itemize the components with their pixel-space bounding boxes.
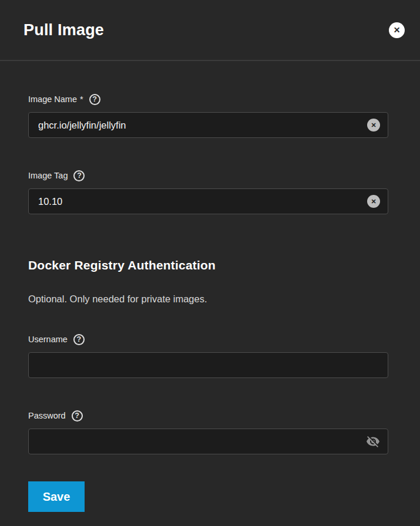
image-tag-input-wrap: ✕ xyxy=(28,188,388,214)
image-name-label-row: Image Name * ? xyxy=(28,93,388,105)
username-input[interactable] xyxy=(29,353,388,377)
image-name-input-wrap: ✕ xyxy=(28,112,388,138)
password-label-row: Password ? xyxy=(28,410,388,422)
help-icon[interactable]: ? xyxy=(89,94,100,105)
help-icon[interactable]: ? xyxy=(73,334,85,345)
auth-section-title: Docker Registry Authentication xyxy=(28,258,388,272)
username-label: Username xyxy=(28,335,68,344)
close-button[interactable]: ✕ xyxy=(389,22,405,38)
clear-glyph: ✕ xyxy=(371,122,376,129)
help-icon[interactable]: ? xyxy=(73,170,85,181)
image-name-input[interactable] xyxy=(29,113,388,137)
image-name-label: Image Name xyxy=(28,95,77,104)
clear-glyph: ✕ xyxy=(371,198,376,205)
image-tag-label: Image Tag xyxy=(28,171,68,180)
dialog-header: Pull Image ✕ xyxy=(0,0,420,61)
clear-input-icon[interactable]: ✕ xyxy=(367,195,380,208)
close-icon: ✕ xyxy=(394,25,401,35)
username-label-row: Username ? xyxy=(28,333,388,345)
image-tag-input[interactable] xyxy=(29,189,388,214)
page-title: Pull Image xyxy=(23,21,104,39)
dialog-content: Image Name * ? ✕ Image Tag ? ✕ Docker Re… xyxy=(0,61,420,526)
auth-section-description: Optional. Only needed for private images… xyxy=(28,294,388,305)
password-input[interactable] xyxy=(29,429,388,454)
help-icon[interactable]: ? xyxy=(72,410,83,422)
username-input-wrap xyxy=(28,352,388,378)
required-marker: * xyxy=(80,95,83,104)
password-label: Password xyxy=(28,411,66,420)
eye-off-icon[interactable] xyxy=(366,434,380,449)
save-button[interactable]: Save xyxy=(28,481,85,512)
image-tag-label-row: Image Tag ? xyxy=(28,170,388,181)
password-input-wrap xyxy=(28,429,388,454)
pull-image-dialog: Pull Image ✕ Image Name * ? ✕ Image Tag … xyxy=(0,0,420,526)
clear-input-icon[interactable]: ✕ xyxy=(367,119,380,132)
